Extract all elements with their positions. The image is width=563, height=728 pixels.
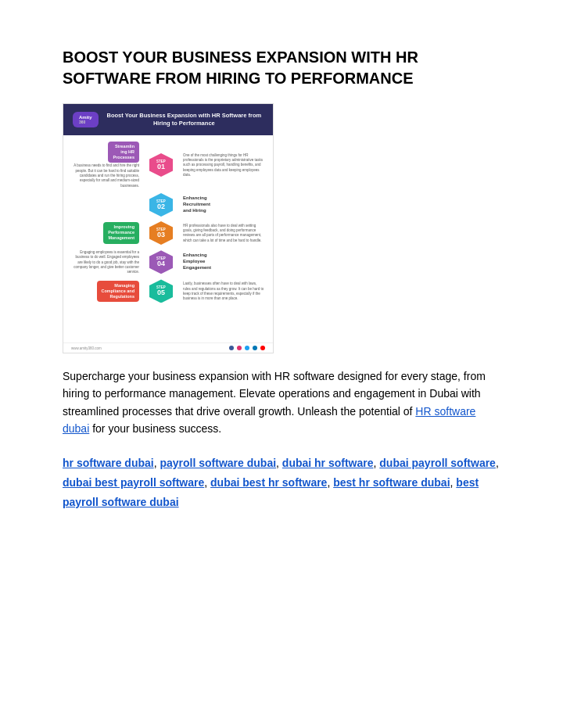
step-1-right: One of the most challenging things for H…	[177, 152, 265, 178]
step-1-left: Streamlining HRProcesses A business need…	[71, 142, 145, 188]
facebook-icon	[229, 346, 234, 350]
step-3-left: ImprovingPerformanceManagement	[71, 222, 145, 243]
step-3-right: HR professionals also have to deal with …	[177, 223, 265, 243]
step-4-left-desc: Engaging employees is essential for a bu…	[71, 250, 139, 274]
step-row-4: Engaging employees is essential for a bu…	[71, 249, 265, 274]
infographic-logo: Amity 360	[73, 112, 99, 127]
step-3-center: STEP 03	[145, 221, 177, 245]
tag-dubai-best-payroll-software[interactable]: dubai best payroll software	[63, 476, 204, 489]
article-tags: hr software dubai, payroll software duba…	[63, 454, 500, 513]
youtube-icon	[260, 346, 265, 350]
infographic-header: Amity 360 Boost Your Business Expansion …	[63, 104, 273, 135]
tag-dubai-hr-software[interactable]: dubai hr software	[282, 457, 374, 469]
step-3-right-desc: HR professionals also have to deal with …	[183, 224, 265, 243]
article-title: BOOST YOUR BUSINESS EXPANSION WITH HR SO…	[63, 47, 500, 89]
infographic-header-text: Boost Your Business Expansion with HR So…	[105, 112, 264, 127]
step-4-right: EnhancingEmployeeEngagement	[177, 253, 265, 271]
step-4-badge: STEP 04	[149, 250, 173, 274]
tag-separator-2: ,	[276, 457, 282, 469]
tag-dubai-best-hr-software[interactable]: dubai best hr software	[210, 476, 327, 489]
step-5-right-desc: Lastly, businesses often have to deal wi…	[183, 282, 265, 301]
step-row-1: Streamlining HRProcesses A business need…	[71, 142, 265, 188]
infographic-footer: www.amity360.com	[63, 342, 273, 353]
footer-url: www.amity360.com	[71, 346, 102, 350]
step-4-title: EnhancingEmployeeEngagement	[183, 253, 265, 271]
step-5-center: STEP 05	[145, 279, 177, 303]
step-5-right: Lastly, businesses often have to deal wi…	[177, 281, 265, 301]
step-1-badge: STEP 01	[149, 153, 173, 177]
step-3-badge: STEP 03	[149, 221, 173, 245]
footer-social-icons	[229, 346, 265, 350]
article-body-suffix: for your business success.	[89, 422, 221, 435]
tag-best-hr-software-dubai[interactable]: best hr software dubai	[333, 476, 450, 489]
step-1-label: Streamlining HRProcesses	[108, 142, 139, 163]
tag-separator-4: ,	[496, 457, 499, 469]
step-2-center: STEP 02	[145, 193, 177, 217]
step-1-left-desc: A business needs to find and hire the ri…	[71, 163, 139, 188]
step-4-left: Engaging employees is essential for a bu…	[71, 249, 145, 274]
step-1-right-desc: One of the most challenging things for H…	[183, 153, 265, 178]
linkedin-icon	[253, 346, 257, 350]
infographic-image: Amity 360 Boost Your Business Expansion …	[63, 103, 274, 353]
article-body-text: Supercharge your business expansion with…	[63, 368, 500, 438]
step-2-title: EnhancingRecruitmentand Hiring	[183, 195, 265, 213]
tag-hr-software-dubai[interactable]: hr software dubai	[63, 457, 154, 469]
step-5-label: ManagingCompliance andRegulations	[97, 281, 139, 302]
step-2-right: EnhancingRecruitmentand Hiring	[177, 195, 265, 213]
step-5-left: ManagingCompliance andRegulations	[71, 281, 145, 302]
tag-payroll-software-dubai[interactable]: payroll software dubai	[160, 457, 276, 469]
instagram-icon	[237, 346, 242, 350]
infographic-body: Streamlining HRProcesses A business need…	[63, 135, 273, 342]
step-2-badge: STEP 02	[149, 193, 173, 217]
step-row-5: ManagingCompliance andRegulations STEP 0…	[71, 279, 265, 303]
step-5-badge: STEP 05	[149, 279, 173, 303]
step-1-center: STEP 01	[145, 153, 177, 177]
step-3-label: ImprovingPerformanceManagement	[103, 222, 139, 243]
step-row-3: ImprovingPerformanceManagement STEP 03 H…	[71, 221, 265, 245]
twitter-icon	[245, 346, 249, 350]
step-4-center: STEP 04	[145, 250, 177, 274]
tag-separator-5: ,	[204, 476, 210, 489]
tag-dubai-payroll-software[interactable]: dubai payroll software	[379, 457, 496, 469]
step-row-2: STEP 02 EnhancingRecruitmentand Hiring	[71, 193, 265, 217]
